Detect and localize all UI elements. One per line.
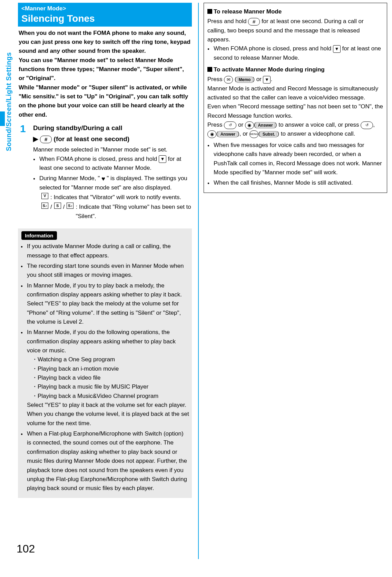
- info-item-1: If you activate Manner Mode during a cal…: [21, 242, 189, 260]
- activate-ringing-heading: To activate Manner Mode during ringing: [207, 65, 383, 74]
- intro-text: When you do not want the FOMA phone to m…: [18, 27, 192, 123]
- call-key-icon: ↺: [361, 121, 373, 129]
- right-column: To release Manner Mode Press and hold # …: [204, 3, 392, 559]
- center-key-icon: ◉: [245, 121, 254, 129]
- right-box: To release Manner Mode Press and hold # …: [204, 3, 387, 193]
- call-key-icon: ↺: [224, 121, 236, 129]
- section-title: Silencing Tones: [21, 13, 188, 24]
- information-box: Information If you activate Manner Mode …: [18, 228, 192, 498]
- mail-key-icon: ✉: [224, 76, 233, 84]
- info-item-5: When a Flat-plug Earphone/Microphone wit…: [21, 429, 189, 493]
- release-text: Press and hold # for at least one second…: [207, 17, 383, 44]
- info-item-4: In Manner Mode, if you do the following …: [21, 328, 189, 428]
- memo-chip: Memo: [237, 77, 253, 83]
- down-key-icon: ▼: [333, 45, 341, 53]
- section-header: <Manner Mode> Silencing Tones: [18, 3, 192, 27]
- step-head-suffix: (for at least one second): [54, 135, 130, 143]
- left-column: <Manner Mode> Silencing Tones When you d…: [18, 3, 193, 559]
- step-number: 1: [20, 124, 30, 222]
- release-bullet: When FOMA phone is closed, press and hol…: [207, 44, 383, 62]
- hash-key-icon: #: [248, 18, 260, 26]
- info-item-3: In Manner Mode, if you try to play back …: [21, 281, 189, 327]
- silent-icon-1: S♪: [41, 203, 48, 209]
- activate-line-2: Manner Mode is activated and Record Mess…: [207, 84, 383, 102]
- page-number: 102: [17, 540, 35, 558]
- down-key-icon: ▼: [159, 155, 166, 163]
- right-bullet-2: When the call finishes, Manner Mode is s…: [207, 178, 383, 187]
- side-strip: Sound/Screen/Light Settings: [0, 3, 18, 559]
- activate-line-3: Even when "Record message setting" has n…: [207, 102, 383, 120]
- silent-icon-3: S♪: [67, 203, 74, 209]
- menu-key-icon: MENU: [249, 130, 258, 138]
- silent-text: : Indicate that "Ring volume" has been s…: [76, 203, 192, 221]
- step-desc: Manner mode selected in "Manner mode set…: [33, 145, 192, 154]
- information-label: Information: [21, 231, 57, 240]
- section-tag: <Manner Mode>: [21, 4, 188, 13]
- vibrator-text: : Indicates that "Vibrator" will work to…: [50, 193, 181, 202]
- arrow-icon: ▶: [33, 135, 38, 143]
- square-bullet-icon: [207, 9, 212, 14]
- answer-chip: Answer: [218, 131, 237, 137]
- vibrator-icon: V: [41, 193, 48, 199]
- square-bullet-icon: [207, 67, 212, 72]
- release-manner-heading: To release Manner Mode: [207, 7, 383, 16]
- step-bullet-2: During Manner Mode, " ♥ " is displayed. …: [33, 174, 192, 221]
- silent-icon-2: S: [54, 203, 61, 209]
- info4-sublist: ・Watching a One Seg program ・Playing bac…: [27, 355, 189, 401]
- step-head-line2: ▶ # (for at least one second): [33, 135, 192, 144]
- answer-chip: Answer: [256, 122, 275, 128]
- activate-line-1: Press ✉ (Memo) or ▼.: [207, 75, 383, 84]
- down-key-icon: ▼: [263, 76, 271, 84]
- center-key-icon: ◉: [207, 130, 216, 138]
- step-head-line1: During standby/During a call: [33, 124, 192, 133]
- manner-heart-icon: ♥: [101, 176, 105, 182]
- section-label: Sound/Screen/Light Settings: [3, 52, 14, 151]
- info-item-2: The recording start tone sounds even in …: [21, 262, 189, 280]
- subst-chip: Subst.: [261, 131, 277, 137]
- column-divider: [198, 3, 199, 559]
- step-bullet-1: When FOMA phone is closed, press and hol…: [33, 155, 192, 173]
- hash-key-icon: #: [40, 136, 52, 143]
- activate-line-4: Press ↺ or ◉(Answer) to answer a voice c…: [207, 120, 383, 139]
- step-1: 1 During standby/During a call ▶ # (for …: [18, 123, 192, 224]
- right-bullet-1: When five messages for voice calls and t…: [207, 141, 383, 177]
